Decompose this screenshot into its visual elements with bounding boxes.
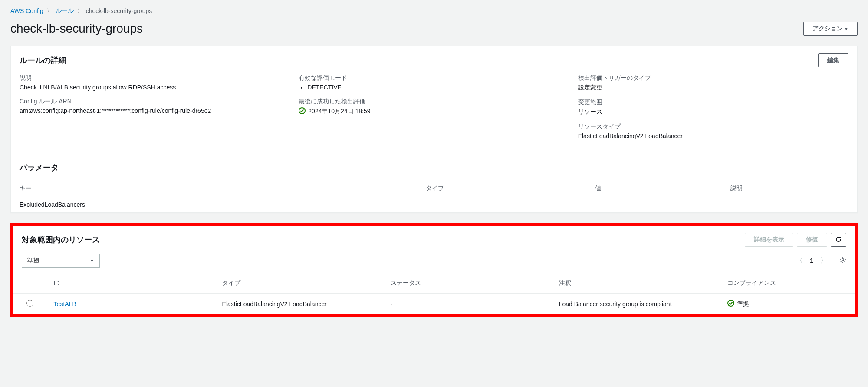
resource-type-label: リソースタイプ [578, 123, 848, 131]
param-header-desc: 説明 [722, 180, 857, 197]
param-value: - [586, 197, 722, 212]
breadcrumb-current: check-lb-security-groups [86, 7, 152, 14]
resource-annotation: Load Balancer security group is complian… [552, 294, 720, 314]
arn-value: arn:aws:config:ap-northeast-1:**********… [20, 107, 290, 114]
caret-down-icon: ▼ [90, 258, 94, 263]
resources-panel: 対象範囲内のリソース 詳細を表示 修復 準拠 ▼ 〈 1 〉 [10, 223, 858, 317]
parameters-title: パラメータ [20, 162, 59, 173]
compliance-filter-select[interactable]: 準拠 ▼ [22, 254, 100, 268]
resources-title: 対象範囲内のリソース [22, 235, 100, 245]
breadcrumb: AWS Config 〉 ルール 〉 check-lb-security-gro… [10, 7, 858, 15]
res-header-status[interactable]: ステータス [384, 273, 552, 294]
parameters-table: キー タイプ 値 説明 ExcludedLoadBalancers - - - [11, 180, 857, 212]
rule-details-panel: ルールの詳細 編集 説明 Check if NLB/ALB security g… [10, 46, 858, 213]
res-header-compliance[interactable]: コンプライアンス [720, 273, 855, 294]
eval-mode-label: 有効な評価モード [299, 74, 569, 82]
breadcrumb-root[interactable]: AWS Config [10, 7, 43, 14]
arn-label: Config ルール ARN [20, 98, 290, 106]
last-success-value: 2024年10月24日 18:59 [308, 108, 370, 116]
scope-value: リソース [578, 108, 848, 116]
success-icon [727, 300, 734, 308]
table-row: ExcludedLoadBalancers - - - [11, 197, 857, 212]
breadcrumb-rules[interactable]: ルール [56, 7, 74, 15]
page-title: check-lb-security-groups [10, 22, 143, 36]
remediate-button[interactable]: 修復 [797, 233, 827, 247]
trigger-label: 検出評価トリガーのタイプ [578, 74, 848, 82]
param-type: - [417, 197, 586, 212]
page-number: 1 [810, 257, 813, 264]
resource-id-link[interactable]: TestALB [54, 301, 76, 308]
resource-status: - [384, 294, 552, 314]
trigger-value: 設定変更 [578, 84, 848, 92]
next-page-button[interactable]: 〉 [819, 255, 829, 267]
description-label: 説明 [20, 74, 290, 82]
gear-icon [839, 257, 846, 265]
refresh-icon [835, 236, 842, 244]
compliance-filter-value: 準拠 [27, 257, 39, 265]
compliance-value: 準拠 [737, 300, 749, 308]
resource-type-value: ElasticLoadBalancingV2 LoadBalancer [578, 132, 848, 139]
actions-button[interactable]: アクション [803, 22, 858, 36]
edit-button[interactable]: 編集 [818, 53, 848, 67]
chevron-right-icon: 〉 [47, 7, 52, 15]
eval-mode-value: DETECTIVE [307, 84, 569, 91]
prev-page-button[interactable]: 〈 [794, 255, 805, 267]
table-row: TestALB ElasticLoadBalancingV2 LoadBalan… [13, 294, 855, 314]
res-header-type[interactable]: タイプ [215, 273, 384, 294]
last-success-label: 最後に成功した検出評価 [299, 98, 569, 106]
row-select-radio[interactable] [26, 300, 33, 307]
chevron-right-icon: 〉 [77, 7, 82, 15]
param-header-key: キー [11, 180, 417, 197]
param-header-type: タイプ [417, 180, 586, 197]
settings-button[interactable] [839, 256, 846, 265]
svg-point-1 [842, 259, 844, 261]
param-desc: - [722, 197, 857, 212]
resource-type: ElasticLoadBalancingV2 LoadBalancer [215, 294, 384, 314]
param-key: ExcludedLoadBalancers [11, 197, 417, 212]
scope-label: 変更範囲 [578, 99, 848, 106]
rule-details-title: ルールの詳細 [20, 55, 66, 66]
view-details-button[interactable]: 詳細を表示 [745, 233, 793, 247]
resources-table: ID タイプ ステータス 注釈 コンプライアンス TestALB Elastic… [13, 273, 855, 314]
param-header-value: 値 [586, 180, 722, 197]
res-header-annotation[interactable]: 注釈 [552, 273, 720, 294]
refresh-button[interactable] [831, 233, 846, 247]
res-header-id[interactable]: ID [47, 273, 215, 294]
description-value: Check if NLB/ALB security groups allow R… [20, 84, 290, 91]
success-icon [299, 107, 306, 116]
